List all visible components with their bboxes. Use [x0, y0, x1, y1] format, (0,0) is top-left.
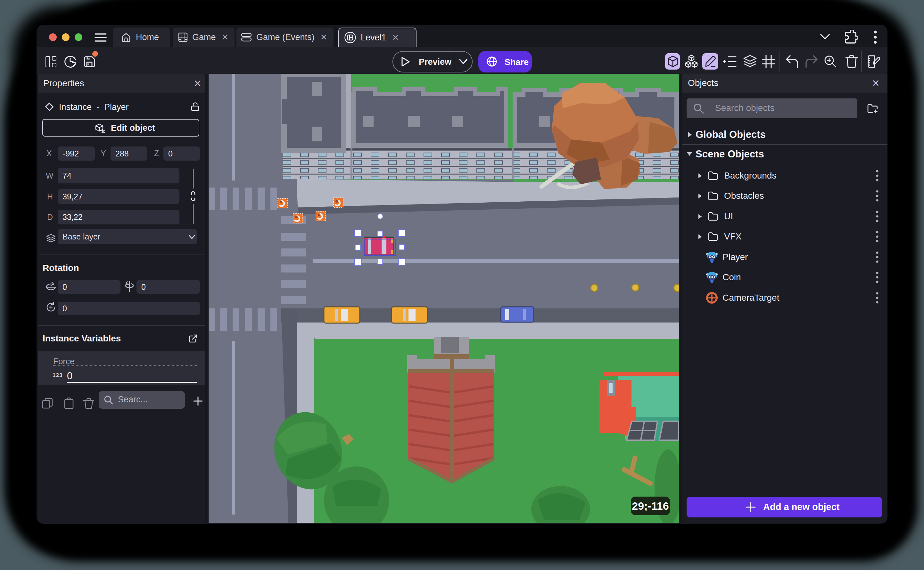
svg-text:29;-116: 29;-116: [632, 500, 669, 512]
svg-text:3D: 3D: [101, 130, 105, 133]
